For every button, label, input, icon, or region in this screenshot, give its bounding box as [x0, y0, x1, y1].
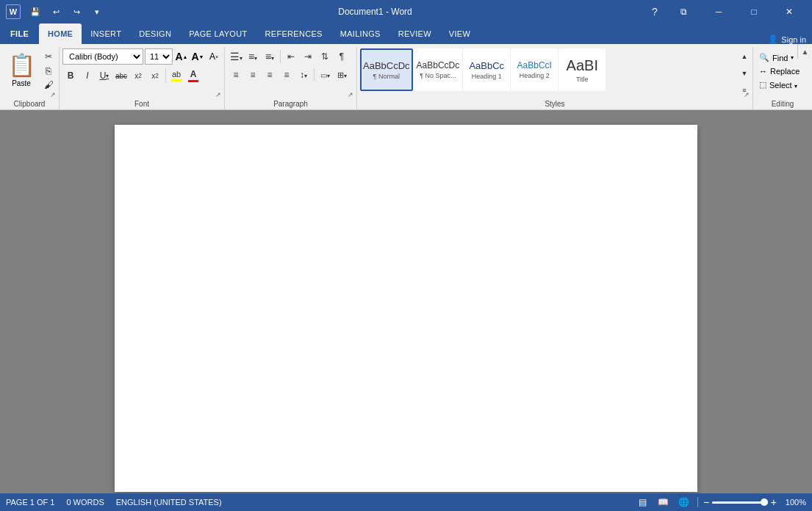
- style-title[interactable]: AaBI Title: [558, 48, 606, 91]
- shading-button[interactable]: ▭: [317, 67, 333, 83]
- styles-scroll-up[interactable]: ▲: [739, 50, 750, 63]
- sign-in[interactable]: 👤 Sign in: [768, 35, 812, 44]
- read-mode-button[interactable]: 📖: [654, 496, 672, 509]
- customize-quick-button[interactable]: ▾: [88, 3, 106, 21]
- styles-group: AaBbCcDc ¶ Normal AaBbCcDc ¶ No Spac... …: [357, 47, 753, 109]
- undo-quick-button[interactable]: ↩: [47, 3, 65, 21]
- zoom-percent[interactable]: 100%: [780, 498, 806, 507]
- status-bar: PAGE 1 OF 1 0 WORDS ENGLISH (UNITED STAT…: [0, 493, 812, 511]
- ribbon-collapse-button[interactable]: ▲: [797, 44, 812, 59]
- paste-button[interactable]: 📋 Paste: [3, 48, 40, 91]
- decrease-indent-button[interactable]: ⇤: [283, 48, 299, 65]
- tab-review[interactable]: REVIEW: [389, 23, 440, 44]
- style-title-label: Title: [576, 76, 589, 83]
- save-quick-button[interactable]: 💾: [26, 3, 44, 21]
- align-right-button[interactable]: ≡: [262, 67, 278, 83]
- style-title-preview: AaBI: [567, 57, 598, 74]
- select-button[interactable]: ⬚ Select ▾: [756, 79, 800, 91]
- zoom-control: − +: [703, 497, 777, 507]
- show-marks-button[interactable]: ¶: [334, 48, 350, 65]
- ribbon: 📋 Paste ✂ ⎘ 🖌 Clipboard ↗ Calibri (Body)…: [0, 44, 812, 110]
- minimize-button[interactable]: ─: [702, 0, 736, 23]
- font-content: Calibri (Body) 11 A▲ A▼ A× B I U▾ abc x2…: [62, 48, 221, 98]
- cut-button[interactable]: ✂: [41, 50, 56, 63]
- zoom-slider-fill: [712, 501, 768, 504]
- borders-button[interactable]: ⊞: [334, 67, 350, 83]
- clear-formatting-button[interactable]: A×: [206, 49, 221, 64]
- font-expand[interactable]: ↗: [214, 90, 223, 99]
- tab-mailings[interactable]: MAILINGS: [331, 23, 389, 44]
- styles-label: Styles: [360, 98, 750, 109]
- restore-down-button[interactable]: ⧉: [667, 0, 700, 23]
- superscript-button[interactable]: x2: [147, 68, 163, 84]
- font-label: Font: [62, 98, 221, 109]
- ribbon-tab-bar: FILE HOME INSERT DESIGN PAGE LAYOUT REFE…: [0, 23, 812, 44]
- web-layout-button[interactable]: 🌐: [675, 496, 692, 509]
- tab-page-layout[interactable]: PAGE LAYOUT: [180, 23, 256, 44]
- bold-button[interactable]: B: [62, 68, 79, 84]
- tab-references[interactable]: REFERENCES: [256, 23, 331, 44]
- document-page[interactable]: [115, 125, 697, 492]
- find-label: Find: [772, 54, 788, 62]
- styles-expand[interactable]: ↗: [742, 90, 751, 99]
- print-layout-view-button[interactable]: ▤: [633, 496, 651, 509]
- underline-button[interactable]: U▾: [96, 68, 112, 84]
- align-left-button[interactable]: ≡: [228, 67, 244, 83]
- paragraph-group: ☰ ≡ ≡ ⇤ ⇥ ⇅ ¶ ≡ ≡ ≡ ≡ ↕ ▭ ⊞ Paragraph ↗: [225, 47, 357, 109]
- word-count[interactable]: 0 WORDS: [66, 498, 104, 507]
- zoom-slider-thumb[interactable]: [761, 499, 768, 506]
- subscript-button[interactable]: x2: [130, 68, 146, 84]
- style-h1-preview: AaBbCc: [469, 60, 504, 71]
- justify-button[interactable]: ≡: [279, 67, 295, 83]
- clipboard-small-buttons: ✂ ⎘ 🖌: [41, 48, 56, 91]
- zoom-out-button[interactable]: −: [703, 496, 709, 508]
- font-size-select[interactable]: 11: [145, 48, 173, 65]
- sort-button[interactable]: ⇅: [317, 48, 333, 65]
- multilevel-list-button[interactable]: ≡: [262, 48, 278, 65]
- line-spacing-button[interactable]: ↕: [295, 67, 312, 83]
- font-face-select[interactable]: Calibri (Body): [62, 48, 143, 65]
- paste-label: Paste: [12, 79, 31, 87]
- style-no-spacing[interactable]: AaBbCcDc ¶ No Spac...: [414, 48, 463, 91]
- styles-content: AaBbCcDc ¶ Normal AaBbCcDc ¶ No Spac... …: [360, 48, 750, 98]
- numbering-button[interactable]: ≡: [245, 48, 261, 65]
- format-painter-button[interactable]: 🖌: [41, 78, 56, 91]
- tab-file[interactable]: FILE: [0, 23, 39, 44]
- style-heading1[interactable]: AaBbCc Heading 1: [463, 48, 510, 91]
- font-shrink-button[interactable]: A▼: [190, 49, 205, 64]
- page-status[interactable]: PAGE 1 OF 1: [6, 498, 54, 507]
- style-heading2[interactable]: AaBbCcI Heading 2: [511, 48, 558, 91]
- find-button[interactable]: 🔍 Find ▾: [756, 51, 797, 64]
- tab-design[interactable]: DESIGN: [130, 23, 180, 44]
- language[interactable]: ENGLISH (UNITED STATES): [116, 498, 222, 507]
- replace-button[interactable]: ↔ Replace: [756, 65, 802, 77]
- paragraph-expand[interactable]: ↗: [346, 90, 355, 99]
- italic-button[interactable]: I: [79, 68, 96, 84]
- text-highlight-button[interactable]: ab: [168, 67, 184, 84]
- close-button[interactable]: ✕: [772, 0, 806, 23]
- strikethrough-button[interactable]: abc: [113, 68, 129, 84]
- font-grow-button[interactable]: A▲: [174, 49, 189, 64]
- increase-indent-button[interactable]: ⇥: [300, 48, 316, 65]
- zoom-in-button[interactable]: +: [771, 496, 777, 508]
- style-normal[interactable]: AaBbCcDc ¶ Normal: [360, 48, 413, 91]
- para-bottom-row: ≡ ≡ ≡ ≡ ↕ ▭ ⊞: [228, 67, 350, 83]
- tab-home[interactable]: HOME: [39, 23, 82, 44]
- copy-button[interactable]: ⎘: [41, 64, 56, 77]
- tab-insert[interactable]: INSERT: [82, 23, 130, 44]
- replace-label: Replace: [770, 67, 800, 76]
- zoom-slider-track[interactable]: [712, 501, 768, 504]
- maximize-button[interactable]: □: [737, 0, 771, 23]
- help-button[interactable]: ?: [644, 1, 665, 22]
- font-color-button[interactable]: A: [185, 67, 201, 84]
- clipboard-expand[interactable]: ↗: [48, 90, 57, 99]
- tab-view[interactable]: VIEW: [440, 23, 479, 44]
- styles-scroll-down[interactable]: ▼: [739, 67, 750, 80]
- redo-quick-button[interactable]: ↪: [68, 3, 85, 21]
- app-icon[interactable]: W: [6, 4, 21, 19]
- find-icon: 🔍: [759, 53, 769, 62]
- font-format-row: B I U▾ abc x2 x2 ab A: [62, 67, 201, 84]
- align-center-button[interactable]: ≡: [245, 67, 261, 83]
- replace-icon: ↔: [759, 67, 767, 76]
- bullets-button[interactable]: ☰: [228, 48, 244, 65]
